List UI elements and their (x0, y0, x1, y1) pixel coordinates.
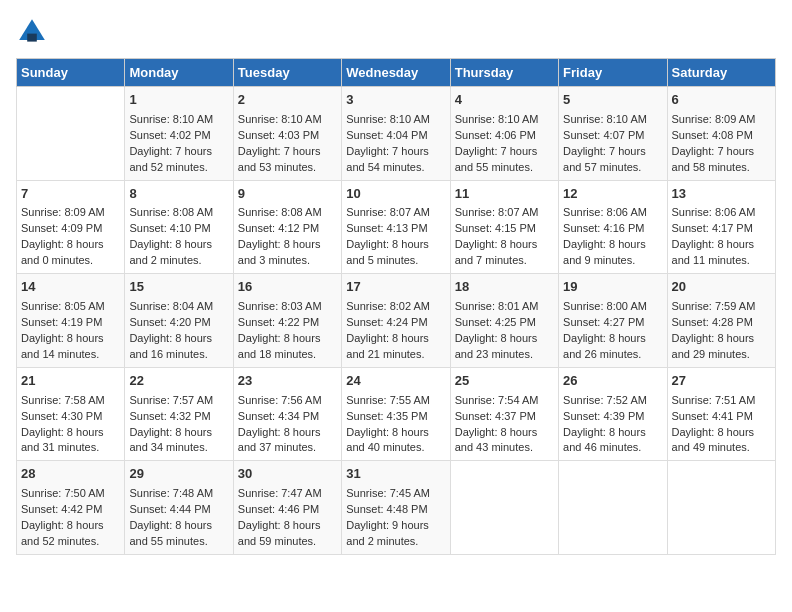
calendar-header-row: SundayMondayTuesdayWednesdayThursdayFrid… (17, 59, 776, 87)
calendar-cell: 28Sunrise: 7:50 AMSunset: 4:42 PMDayligh… (17, 461, 125, 555)
day-info: Sunrise: 8:10 AM (129, 112, 228, 128)
day-info: Sunrise: 7:48 AM (129, 486, 228, 502)
day-info: Daylight: 8 hours (346, 331, 445, 347)
day-info: Sunset: 4:15 PM (455, 221, 554, 237)
day-number: 8 (129, 185, 228, 204)
day-info: Sunset: 4:42 PM (21, 502, 120, 518)
day-number: 13 (672, 185, 771, 204)
day-info: Sunset: 4:07 PM (563, 128, 662, 144)
day-info: and 2 minutes. (129, 253, 228, 269)
day-number: 27 (672, 372, 771, 391)
day-info: and 55 minutes. (129, 534, 228, 550)
day-info: Sunset: 4:16 PM (563, 221, 662, 237)
day-info: Sunset: 4:20 PM (129, 315, 228, 331)
day-number: 9 (238, 185, 337, 204)
day-info: Daylight: 8 hours (21, 518, 120, 534)
day-number: 24 (346, 372, 445, 391)
day-info: and 3 minutes. (238, 253, 337, 269)
calendar-cell: 24Sunrise: 7:55 AMSunset: 4:35 PMDayligh… (342, 367, 450, 461)
day-info: Sunrise: 7:59 AM (672, 299, 771, 315)
day-number: 25 (455, 372, 554, 391)
calendar-cell: 8Sunrise: 8:08 AMSunset: 4:10 PMDaylight… (125, 180, 233, 274)
calendar-cell: 2Sunrise: 8:10 AMSunset: 4:03 PMDaylight… (233, 87, 341, 181)
calendar-table: SundayMondayTuesdayWednesdayThursdayFrid… (16, 58, 776, 555)
day-info: Sunrise: 8:09 AM (672, 112, 771, 128)
calendar-cell: 23Sunrise: 7:56 AMSunset: 4:34 PMDayligh… (233, 367, 341, 461)
day-info: Daylight: 8 hours (346, 237, 445, 253)
day-number: 23 (238, 372, 337, 391)
day-info: Sunrise: 8:04 AM (129, 299, 228, 315)
calendar-cell (17, 87, 125, 181)
day-info: Sunset: 4:46 PM (238, 502, 337, 518)
day-info: and 2 minutes. (346, 534, 445, 550)
day-info: Daylight: 7 hours (672, 144, 771, 160)
day-info: Daylight: 9 hours (346, 518, 445, 534)
day-number: 21 (21, 372, 120, 391)
day-info: and 23 minutes. (455, 347, 554, 363)
calendar-cell: 17Sunrise: 8:02 AMSunset: 4:24 PMDayligh… (342, 274, 450, 368)
day-info: Sunset: 4:48 PM (346, 502, 445, 518)
day-info: Daylight: 8 hours (563, 237, 662, 253)
day-info: Daylight: 8 hours (129, 425, 228, 441)
day-info: Daylight: 8 hours (672, 237, 771, 253)
day-header-sunday: Sunday (17, 59, 125, 87)
day-info: Sunrise: 7:56 AM (238, 393, 337, 409)
day-info: Sunrise: 8:00 AM (563, 299, 662, 315)
day-number: 1 (129, 91, 228, 110)
day-number: 31 (346, 465, 445, 484)
day-info: and 21 minutes. (346, 347, 445, 363)
day-number: 12 (563, 185, 662, 204)
day-info: Daylight: 7 hours (238, 144, 337, 160)
calendar-cell (450, 461, 558, 555)
day-info: Daylight: 8 hours (563, 425, 662, 441)
day-info: and 11 minutes. (672, 253, 771, 269)
calendar-cell: 29Sunrise: 7:48 AMSunset: 4:44 PMDayligh… (125, 461, 233, 555)
day-info: and 52 minutes. (21, 534, 120, 550)
day-info: and 49 minutes. (672, 440, 771, 456)
calendar-cell: 5Sunrise: 8:10 AMSunset: 4:07 PMDaylight… (559, 87, 667, 181)
day-info: and 40 minutes. (346, 440, 445, 456)
day-info: and 5 minutes. (346, 253, 445, 269)
day-header-saturday: Saturday (667, 59, 775, 87)
day-info: Sunrise: 8:05 AM (21, 299, 120, 315)
calendar-week-row: 21Sunrise: 7:58 AMSunset: 4:30 PMDayligh… (17, 367, 776, 461)
day-info: Sunset: 4:28 PM (672, 315, 771, 331)
day-info: Daylight: 8 hours (238, 425, 337, 441)
day-info: and 0 minutes. (21, 253, 120, 269)
calendar-cell: 13Sunrise: 8:06 AMSunset: 4:17 PMDayligh… (667, 180, 775, 274)
calendar-cell: 12Sunrise: 8:06 AMSunset: 4:16 PMDayligh… (559, 180, 667, 274)
day-info: Daylight: 8 hours (129, 237, 228, 253)
calendar-cell: 18Sunrise: 8:01 AMSunset: 4:25 PMDayligh… (450, 274, 558, 368)
day-info: and 26 minutes. (563, 347, 662, 363)
day-info: Sunrise: 8:06 AM (672, 205, 771, 221)
day-info: Sunset: 4:10 PM (129, 221, 228, 237)
day-info: Daylight: 8 hours (238, 237, 337, 253)
day-info: Daylight: 8 hours (563, 331, 662, 347)
day-info: Daylight: 7 hours (346, 144, 445, 160)
day-info: Sunset: 4:41 PM (672, 409, 771, 425)
day-info: Sunrise: 8:08 AM (129, 205, 228, 221)
day-info: Sunset: 4:35 PM (346, 409, 445, 425)
calendar-cell (667, 461, 775, 555)
day-info: Sunset: 4:12 PM (238, 221, 337, 237)
day-info: and 55 minutes. (455, 160, 554, 176)
day-info: Sunset: 4:34 PM (238, 409, 337, 425)
day-info: Sunrise: 8:10 AM (563, 112, 662, 128)
day-info: Sunrise: 7:58 AM (21, 393, 120, 409)
day-info: Daylight: 8 hours (455, 331, 554, 347)
day-info: and 37 minutes. (238, 440, 337, 456)
day-info: Daylight: 8 hours (346, 425, 445, 441)
day-info: and 29 minutes. (672, 347, 771, 363)
logo (16, 16, 52, 48)
day-number: 14 (21, 278, 120, 297)
day-number: 15 (129, 278, 228, 297)
day-info: Sunrise: 8:03 AM (238, 299, 337, 315)
calendar-cell: 11Sunrise: 8:07 AMSunset: 4:15 PMDayligh… (450, 180, 558, 274)
day-number: 6 (672, 91, 771, 110)
day-info: Sunset: 4:27 PM (563, 315, 662, 331)
calendar-cell: 15Sunrise: 8:04 AMSunset: 4:20 PMDayligh… (125, 274, 233, 368)
day-info: Sunrise: 7:47 AM (238, 486, 337, 502)
day-number: 3 (346, 91, 445, 110)
day-number: 28 (21, 465, 120, 484)
day-info: Sunset: 4:37 PM (455, 409, 554, 425)
